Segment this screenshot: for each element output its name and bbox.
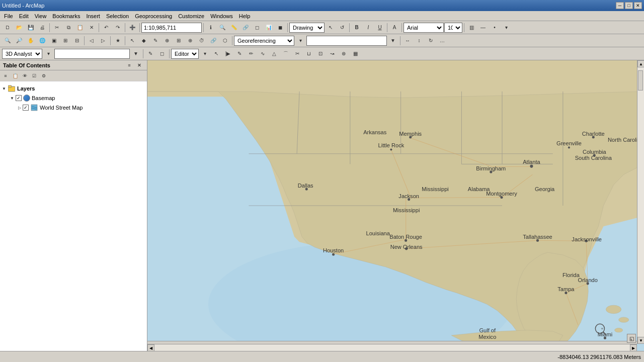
- cut-poly-btn[interactable]: ✂: [292, 48, 303, 59]
- pan-btn[interactable]: ✋: [25, 35, 36, 46]
- 3d-input-arrow[interactable]: ▼: [130, 48, 141, 59]
- fixed-zoom-out-btn[interactable]: ⊟: [71, 35, 83, 46]
- minimize-button[interactable]: ─: [616, 2, 624, 9]
- more-btn[interactable]: ▾: [501, 22, 512, 33]
- midpoint-btn[interactable]: ∿: [257, 48, 268, 59]
- italic-btn[interactable]: I: [363, 22, 374, 33]
- rotate-btn[interactable]: ↺: [337, 22, 348, 33]
- editor-dropdown[interactable]: ▾: [199, 48, 210, 59]
- full-extent-btn[interactable]: 🌐: [37, 35, 48, 46]
- menu-view[interactable]: View: [32, 12, 50, 20]
- edit-more-btn[interactable]: ▦: [350, 48, 361, 59]
- line-color-btn[interactable]: —: [477, 22, 489, 33]
- scroll-left-btn[interactable]: ◀: [147, 344, 154, 351]
- wsm-checkbox[interactable]: [23, 105, 29, 111]
- scroll-track-h[interactable]: [154, 344, 630, 351]
- map-area[interactable]: Charlotte North Carolina Memphis Little …: [147, 60, 644, 351]
- cut-button[interactable]: ✂: [51, 22, 62, 33]
- identify-button[interactable]: ℹ: [205, 22, 216, 33]
- go-to-xy-btn[interactable]: ⊞: [173, 35, 184, 46]
- maximize-button[interactable]: □: [625, 2, 633, 9]
- editor-arrow-btn[interactable]: ↖: [211, 48, 222, 59]
- toc-close-btn[interactable]: ✕: [135, 61, 144, 70]
- scroll-track-v[interactable]: [637, 67, 644, 337]
- redo-button[interactable]: ↷: [112, 22, 123, 33]
- 3d-analyst-select[interactable]: 3D Analyst: [2, 49, 42, 59]
- print-button[interactable]: 🖨: [37, 22, 48, 33]
- graph-btn[interactable]: 📊: [263, 22, 274, 33]
- edit-next-btn[interactable]: |▶: [222, 48, 233, 59]
- new-button[interactable]: 🗋: [2, 22, 13, 33]
- menu-help[interactable]: Help: [236, 12, 254, 20]
- edit-tools-btn[interactable]: ✎: [234, 48, 245, 59]
- hyperlink-button[interactable]: 🔗: [240, 22, 251, 33]
- fill-color-btn[interactable]: ▥: [466, 22, 477, 33]
- font-size-select[interactable]: 10: [444, 23, 462, 33]
- fixed-zoom-in-btn[interactable]: ⊞: [60, 35, 71, 46]
- georef-move-btn[interactable]: ↔: [402, 35, 413, 46]
- select-btn[interactable]: ◼: [275, 22, 286, 33]
- georef-tools-btn[interactable]: ▾: [295, 35, 306, 46]
- toc-options-btn[interactable]: ≡: [125, 61, 134, 70]
- add-data-button[interactable]: ➕: [127, 22, 138, 33]
- menu-windows[interactable]: Windows: [207, 12, 236, 20]
- basemap-item[interactable]: ▼ Basemap: [0, 94, 147, 103]
- 3d-dropdown-btn[interactable]: ▾: [43, 48, 54, 59]
- scroll-thumb-v[interactable]: [638, 70, 643, 90]
- set-ref-scale-btn[interactable]: ⊕: [185, 35, 196, 46]
- menu-insert[interactable]: Insert: [83, 12, 103, 20]
- menu-edit[interactable]: Edit: [16, 12, 32, 20]
- toc-options-btn2[interactable]: ⚙: [39, 71, 48, 80]
- overview-map-btn[interactable]: ◱: [627, 334, 636, 343]
- forward-btn[interactable]: ▷: [98, 35, 109, 46]
- scroll-up-btn[interactable]: ▲: [637, 60, 644, 67]
- georef-scale-btn[interactable]: ↕: [414, 35, 425, 46]
- font-color-btn[interactable]: A: [389, 22, 400, 33]
- 3d-btn2[interactable]: ◻: [156, 48, 168, 59]
- cursor-btn[interactable]: ↖: [325, 22, 336, 33]
- world-street-map-item[interactable]: ▷ World Street Map: [0, 103, 147, 113]
- font-select[interactable]: Arial: [404, 23, 444, 33]
- toc-list-by-source-btn[interactable]: 📋: [11, 71, 20, 80]
- menu-selection[interactable]: Selection: [103, 12, 132, 20]
- find-button[interactable]: 🔍: [217, 22, 228, 33]
- hyperlink-nav-btn[interactable]: 🔗: [208, 35, 219, 46]
- underline-btn[interactable]: U: [374, 22, 385, 33]
- menu-customize[interactable]: Customize: [175, 12, 207, 20]
- time-btn[interactable]: ⏱: [196, 35, 207, 46]
- layers-group[interactable]: ▼ Layers: [0, 83, 147, 94]
- 3d-btn1[interactable]: ✎: [145, 48, 156, 59]
- toc-list-by-drawing-btn[interactable]: ≡: [1, 71, 10, 80]
- vertex-edit-btn[interactable]: △: [269, 48, 280, 59]
- select-features-btn[interactable]: ▣: [48, 35, 59, 46]
- select-arrow-btn[interactable]: ↖: [127, 35, 138, 46]
- back-btn[interactable]: ◁: [86, 35, 97, 46]
- sketch-tool-btn[interactable]: ✏: [246, 48, 257, 59]
- measure-button[interactable]: 📏: [228, 22, 239, 33]
- georef-arrow-btn[interactable]: ▼: [387, 35, 398, 46]
- merge-btn[interactable]: ⊔: [303, 48, 314, 59]
- topology-btn[interactable]: ⊡: [315, 48, 326, 59]
- map-scrollbar-horizontal[interactable]: ◀ ▶: [147, 344, 637, 351]
- edit-vertex-btn[interactable]: ◆: [138, 35, 149, 46]
- close-button[interactable]: ✕: [634, 2, 642, 9]
- snapping-btn[interactable]: ⊛: [338, 48, 349, 59]
- zoom-out-btn[interactable]: 🔎: [14, 35, 25, 46]
- copy-button[interactable]: ⧉: [63, 22, 74, 33]
- open-button[interactable]: 📂: [14, 22, 25, 33]
- bookmarks-btn[interactable]: ★: [112, 35, 123, 46]
- georef-select[interactable]: Georeferencing: [234, 36, 294, 46]
- toc-list-by-selection-btn[interactable]: ☑: [30, 71, 39, 80]
- bold-btn[interactable]: B: [351, 22, 362, 33]
- marker-btn[interactable]: •: [489, 22, 500, 33]
- spatial-bookmark-btn[interactable]: ⊕: [162, 35, 173, 46]
- paste-button[interactable]: 📋: [74, 22, 86, 33]
- georef-more-btn[interactable]: …: [437, 35, 448, 46]
- menu-file[interactable]: File: [1, 12, 16, 20]
- edit-btn[interactable]: ✎: [150, 35, 161, 46]
- drawing-select[interactable]: Drawing: [289, 23, 325, 33]
- trace-btn[interactable]: ↝: [327, 48, 338, 59]
- save-button[interactable]: 💾: [25, 22, 36, 33]
- menu-geoprocessing[interactable]: Geoprocessing: [132, 12, 175, 20]
- georef-rotate-btn[interactable]: ↻: [425, 35, 436, 46]
